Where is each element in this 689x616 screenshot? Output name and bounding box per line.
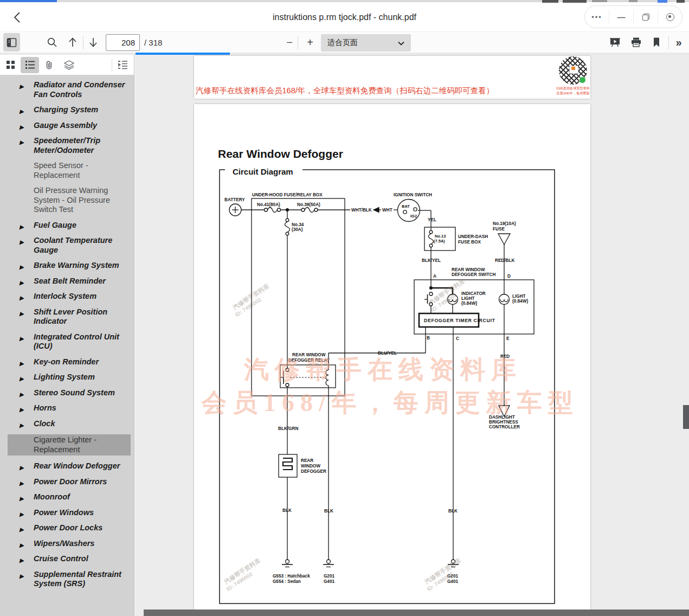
bookmark-item-horns[interactable]: ▶Horns xyxy=(8,403,131,413)
presentation-icon xyxy=(609,37,621,48)
pdf-viewport[interactable]: 汽修帮手在线资料库会员168/年，全球车型资料免费查询（扫码右边二维码即可查看）… xyxy=(135,55,689,616)
bookmark-item-power-windows[interactable]: ▶Power Windows xyxy=(8,508,131,518)
expand-arrow-icon[interactable]: ▶ xyxy=(20,309,24,319)
expand-arrow-icon[interactable]: ▶ xyxy=(20,463,24,473)
expand-arrow-icon[interactable]: ▶ xyxy=(20,262,24,272)
bookmark-item-clock[interactable]: ▶Clock xyxy=(8,419,131,429)
expand-arrow-icon[interactable]: ▶ xyxy=(20,334,24,344)
bookmark-item-integrated-control-unit-icu[interactable]: ▶Integrated Control Unit (ICU) xyxy=(8,332,131,351)
divider xyxy=(298,36,298,49)
bookmark-item-charging-system[interactable]: ▶Charging System xyxy=(8,105,131,115)
next-page-button[interactable] xyxy=(85,34,102,51)
search-button[interactable] xyxy=(43,34,61,51)
diagram-label: LIGHT xyxy=(461,296,475,301)
expand-arrow-icon[interactable]: ▶ xyxy=(20,572,24,581)
small-watermark: 汽修帮手资料库ID: 7496002 xyxy=(230,283,274,318)
bookmark-item-fuel-gauge[interactable]: ▶Fuel Gauge xyxy=(8,221,131,230)
bookmark-label: Integrated Control Unit (ICU) xyxy=(34,332,119,351)
diagram-label: INDICATOR xyxy=(461,291,486,296)
presentation-button[interactable] xyxy=(606,34,623,51)
outline-list-icon xyxy=(25,60,35,69)
expand-arrow-icon[interactable]: ▶ xyxy=(20,556,24,566)
bookmark-item-radiator-and-condenser-fan-controls[interactable]: ▶Radiator and Condenser Fan Controls xyxy=(8,80,131,99)
restore-button[interactable] xyxy=(634,6,658,28)
small-watermark: 汽修帮手资料库ID: 7496002 xyxy=(221,557,266,592)
bookmark-item-shift-lever-position-indicator[interactable]: ▶Shift Lever Position Indicator xyxy=(8,307,131,326)
vertical-scrollbar-thumb[interactable] xyxy=(683,405,689,429)
more-options-button[interactable]: ••• xyxy=(585,6,609,28)
expand-arrow-icon[interactable]: ▶ xyxy=(20,405,24,415)
top-strip-mark xyxy=(629,0,638,2)
top-strip-mark xyxy=(542,0,558,3)
bookmark-item-oil-pressure-warning-system-oil-pressure-switch-test[interactable]: Oil Pressure Warning System - Oil Pressu… xyxy=(8,186,131,215)
previous-page-button[interactable] xyxy=(64,34,81,51)
sidebar-toggle-button[interactable] xyxy=(3,33,20,52)
expand-arrow-icon[interactable]: ▶ xyxy=(20,525,24,535)
bookmark-item-gauge-assembly[interactable]: ▶Gauge Assembly xyxy=(8,121,131,131)
diagram-label: REAR xyxy=(301,458,313,463)
zoom-mode-dropdown[interactable]: 适合页面 xyxy=(321,34,411,52)
restore-icon xyxy=(642,14,649,21)
focus-mode-button[interactable] xyxy=(658,6,682,28)
arrow-down-icon xyxy=(88,37,98,48)
expand-arrow-icon[interactable]: ▶ xyxy=(20,82,24,92)
collapse-outline-button[interactable] xyxy=(113,57,132,73)
bookmark-item-power-door-locks[interactable]: ▶Power Door Locks xyxy=(8,523,131,533)
bookmark-item-power-door-mirrors[interactable]: ▶Power Door Mirrors xyxy=(8,477,131,487)
back-button[interactable] xyxy=(9,9,26,26)
diagram-label: BLK xyxy=(448,509,458,514)
outline-view-button[interactable] xyxy=(21,57,39,73)
print-button[interactable] xyxy=(627,34,645,51)
expand-arrow-icon[interactable]: ▶ xyxy=(20,107,24,117)
bookmark-item-coolant-temperature-gauge[interactable]: ▶Coolant Temperature Gauge xyxy=(8,236,131,255)
expand-arrow-icon[interactable]: ▶ xyxy=(20,293,24,303)
zoom-in-button[interactable]: + xyxy=(301,34,319,51)
expand-arrow-icon[interactable]: ▶ xyxy=(20,278,24,288)
expand-arrow-icon[interactable]: ▶ xyxy=(20,494,24,504)
bookmark-item-moonroof[interactable]: ▶Moonroof xyxy=(8,492,131,502)
bookmark-item-cruise-control[interactable]: ▶Cruise Control xyxy=(8,554,131,564)
diagram-labels: BATTERYUNDER-HOOD FUSE/RELAY BOXNo.41(80… xyxy=(224,193,528,584)
thumbnails-view-button[interactable] xyxy=(1,57,20,73)
bookmark-item-speed-sensor-replacement[interactable]: Speed Sensor - Replacement xyxy=(8,161,131,180)
zoom-out-button[interactable]: − xyxy=(281,34,298,51)
expand-arrow-icon[interactable]: ▶ xyxy=(20,123,24,132)
bookmark-item-cigarette-lighter-replacement[interactable]: Cigarette Lighter - Replacement xyxy=(8,434,131,455)
small-watermarks: 汽修帮手资料库ID: 7496002汽修帮手资料库ID: 7496002汽修帮手… xyxy=(221,278,470,592)
diagram-label: BATTERY xyxy=(224,197,245,202)
bookmark-item-lighting-system[interactable]: ▶Lighting System xyxy=(8,373,131,382)
bookmark-item-interlock-system[interactable]: ▶Interlock System xyxy=(8,292,131,301)
bookmark-item-stereo-sound-system[interactable]: ▶Stereo Sound System xyxy=(8,388,131,398)
expand-arrow-icon[interactable]: ▶ xyxy=(20,222,24,232)
layers-button[interactable] xyxy=(60,57,78,73)
expand-arrow-icon[interactable]: ▶ xyxy=(20,138,24,147)
diagram-label: A xyxy=(433,274,436,279)
expand-arrow-icon[interactable]: ▶ xyxy=(20,238,24,247)
expand-arrow-icon[interactable]: ▶ xyxy=(20,541,24,550)
bookmark-item-brake-warning-system[interactable]: ▶Brake Warning System xyxy=(8,261,131,271)
minimize-button[interactable]: — xyxy=(609,6,633,28)
bookmark-button[interactable] xyxy=(648,34,665,51)
page-number-input[interactable] xyxy=(106,34,140,51)
expand-arrow-icon[interactable]: ▶ xyxy=(20,421,24,431)
diagram-label: FUSE BOX xyxy=(458,240,481,245)
expand-arrow-icon[interactable]: ▶ xyxy=(20,374,24,384)
expand-arrow-icon[interactable]: ▶ xyxy=(20,390,24,400)
expand-arrow-icon[interactable]: ▶ xyxy=(20,359,24,369)
bookmark-item-wipers-washers[interactable]: ▶Wipers/Washers xyxy=(8,539,131,549)
bookmark-item-speedometer-trip-meter-odometer[interactable]: ▶Speedometer/Trip Meter/Odometer xyxy=(8,136,131,155)
bookmark-item-rear-window-defogger[interactable]: ▶Rear Window Defogger xyxy=(8,461,131,471)
qr-caption: 扫码查询全球车型资料 仅需168/年，每周更新 xyxy=(555,86,591,95)
watermark-line2: 会员168/年，每周更新车型 xyxy=(201,389,579,416)
expand-arrow-icon[interactable]: ▶ xyxy=(20,510,24,519)
divider xyxy=(668,36,669,49)
bookmark-item-supplemental-restraint-system-srs[interactable]: ▶Supplemental Restraint System (SRS) xyxy=(8,570,131,589)
bookmark-item-seat-belt-reminder[interactable]: ▶Seat Belt Reminder xyxy=(8,277,131,286)
arrow-up-icon xyxy=(68,37,78,48)
paperclip-icon xyxy=(44,60,54,70)
expand-arrow-icon[interactable]: ▶ xyxy=(20,479,24,489)
bookmark-item-key-on-reminder[interactable]: ▶Key-on Reminder xyxy=(8,357,131,367)
more-tools-button[interactable]: » xyxy=(670,34,687,51)
pdf-viewer-app: instruktions p.rm tjock.pdf - chunk.pdf … xyxy=(0,0,689,616)
attachments-button[interactable] xyxy=(40,57,59,73)
